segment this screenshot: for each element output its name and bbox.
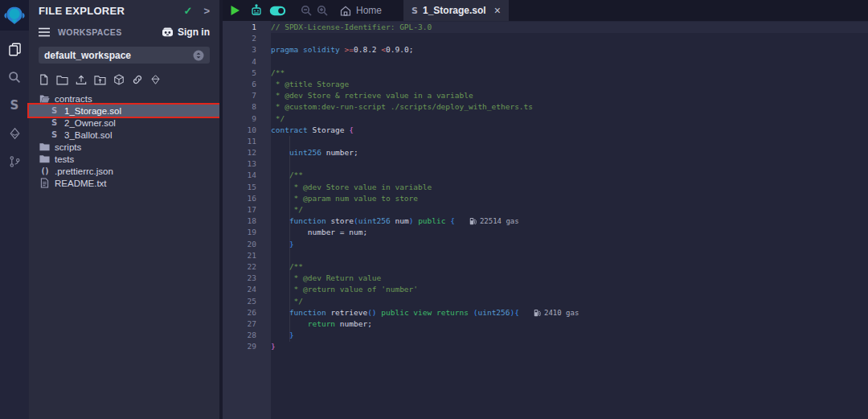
file-explorer-icon[interactable] xyxy=(0,41,29,57)
code-line[interactable]: // SPDX-License-Identifier: GPL-3.0 xyxy=(271,22,868,33)
line-number: 3 xyxy=(223,44,256,55)
icon-sidebar-items: S xyxy=(0,41,29,170)
solidity-file-icon: S xyxy=(49,106,59,115)
chevron-right-icon[interactable]: > xyxy=(203,5,210,17)
code-line[interactable] xyxy=(271,250,868,261)
gas-estimate: 2410 gas xyxy=(534,307,579,318)
code-line[interactable]: } xyxy=(271,341,868,352)
code-line[interactable]: function store(uint256 num) public {2251… xyxy=(271,216,868,227)
line-number: 20 xyxy=(223,239,256,250)
code-line[interactable]: uint256 number; xyxy=(271,147,868,158)
code-line[interactable]: pragma solidity >=0.8.2 <0.9.0; xyxy=(271,44,868,55)
upload-folder-icon[interactable] xyxy=(94,75,106,85)
code-line[interactable]: */ xyxy=(271,113,868,125)
line-number: 23 xyxy=(223,273,256,284)
code-editor: 1234567891011121314151617181920212223242… xyxy=(223,21,868,419)
workspace-select[interactable]: default_workspace xyxy=(39,47,210,64)
sign-in-button[interactable]: Sign in xyxy=(162,27,210,38)
tree-item-contracts[interactable]: contracts xyxy=(29,92,219,105)
code-line[interactable]: number = num; xyxy=(271,227,868,238)
workspace-selected-value: default_workspace xyxy=(44,50,131,61)
tree-item-scripts[interactable]: scripts xyxy=(29,141,219,153)
code-line[interactable] xyxy=(271,136,868,147)
code-line[interactable]: function retrieve() public view returns … xyxy=(271,307,868,318)
line-number: 29 xyxy=(223,341,256,352)
solidity-file-icon: S xyxy=(411,6,418,16)
line-number: 14 xyxy=(223,170,256,181)
remix-logo-icon[interactable] xyxy=(0,0,29,31)
zoom-in-icon[interactable] xyxy=(317,5,328,16)
folder-icon xyxy=(39,142,50,151)
line-number: 15 xyxy=(223,182,256,193)
gas-estimate: 22514 gas xyxy=(469,216,519,227)
new-file-icon[interactable] xyxy=(39,74,49,85)
git-icon[interactable] xyxy=(0,154,29,170)
run-script-button[interactable] xyxy=(230,5,240,16)
tree-item-readme-txt[interactable]: README.txt xyxy=(29,177,219,189)
tree-item-2-owner-sol[interactable]: S2_Owner.sol xyxy=(29,117,219,129)
tree-item--prettierrc-json[interactable]: ().prettierrc.json xyxy=(29,165,219,177)
ai-assistant-icon[interactable] xyxy=(250,4,263,17)
code-line[interactable] xyxy=(271,33,868,44)
link-icon[interactable] xyxy=(132,74,143,85)
solidity-compiler-icon[interactable]: S xyxy=(0,97,29,113)
tab-home[interactable]: Home xyxy=(340,5,382,16)
sign-in-label: Sign in xyxy=(178,27,210,38)
code-line[interactable]: * @return value of 'number' xyxy=(271,284,868,295)
line-number: 10 xyxy=(223,125,256,136)
gem-icon[interactable] xyxy=(150,74,161,85)
code-line[interactable]: contract Storage { xyxy=(271,125,868,136)
file-explorer-header: FILE EXPLORER ✓ > xyxy=(29,0,219,22)
line-number: 26 xyxy=(223,307,256,318)
code-line[interactable]: } xyxy=(271,330,868,341)
tree-item-label: scripts xyxy=(55,142,81,152)
tree-item-label: .prettierrc.json xyxy=(55,166,113,176)
search-icon[interactable] xyxy=(0,69,29,85)
deploy-run-icon[interactable] xyxy=(0,125,29,142)
cube-icon[interactable] xyxy=(113,74,125,85)
code-content[interactable]: // SPDX-License-Identifier: GPL-3.0pragm… xyxy=(271,21,868,419)
code-line[interactable]: /** xyxy=(271,170,868,181)
icon-sidebar: S xyxy=(0,0,29,419)
code-line[interactable]: * @dev Return value xyxy=(271,273,868,284)
code-line[interactable]: /** xyxy=(271,68,868,79)
editor-topbar: Home S 1_Storage.sol × xyxy=(223,0,868,21)
code-line[interactable]: } xyxy=(271,239,868,250)
code-line[interactable]: * @param num value to store xyxy=(271,193,868,204)
hamburger-menu-icon[interactable] xyxy=(39,27,50,37)
editor-area: Home S 1_Storage.sol × 12345678910111213… xyxy=(223,0,868,419)
line-number: 27 xyxy=(223,318,256,330)
line-number: 8 xyxy=(223,101,256,113)
file-explorer-panel: FILE EXPLORER ✓ > WORKSPACES Sign in xyxy=(29,0,219,419)
tree-item-label: contracts xyxy=(55,94,92,104)
code-line[interactable]: */ xyxy=(271,204,868,216)
code-line[interactable]: * @custom:dev-run-script ./scripts/deplo… xyxy=(271,101,868,113)
code-line[interactable]: */ xyxy=(271,296,868,307)
tree-item-label: 2_Owner.sol xyxy=(64,118,116,128)
code-line[interactable]: * @title Storage xyxy=(271,79,868,90)
code-line[interactable] xyxy=(271,56,868,68)
tab-close-icon[interactable]: × xyxy=(494,5,501,16)
line-number: 16 xyxy=(223,193,256,204)
tree-item-1-storage-sol[interactable]: S1_Storage.sol xyxy=(29,105,219,117)
home-tab-label: Home xyxy=(356,5,382,16)
line-number: 1 xyxy=(223,22,256,33)
new-folder-icon[interactable] xyxy=(56,75,68,85)
upload-file-icon[interactable] xyxy=(76,75,87,85)
code-line[interactable]: * @dev Store value in variable xyxy=(271,182,868,193)
tree-item-label: tests xyxy=(55,154,74,164)
code-line[interactable]: return number; xyxy=(271,318,868,330)
code-line[interactable]: * @dev Store & retrieve value in a varia… xyxy=(271,90,868,101)
tree-item-tests[interactable]: tests xyxy=(29,153,219,165)
check-icon[interactable]: ✓ xyxy=(184,5,193,17)
tab-1-storage-sol[interactable]: S 1_Storage.sol × xyxy=(403,0,509,21)
remix-ide-window: S FILE EXPLORER ✓ > xyxy=(0,0,868,419)
code-line[interactable]: /** xyxy=(271,261,868,273)
tree-item-3-ballot-sol[interactable]: S3_Ballot.sol xyxy=(29,129,219,141)
code-line[interactable] xyxy=(271,158,868,170)
json-file-icon: () xyxy=(39,166,50,175)
line-number: 9 xyxy=(223,113,256,125)
zoom-out-icon[interactable] xyxy=(301,5,312,16)
ai-toggle-switch[interactable] xyxy=(269,6,286,16)
workspaces-row: WORKSPACES Sign in xyxy=(29,23,219,41)
